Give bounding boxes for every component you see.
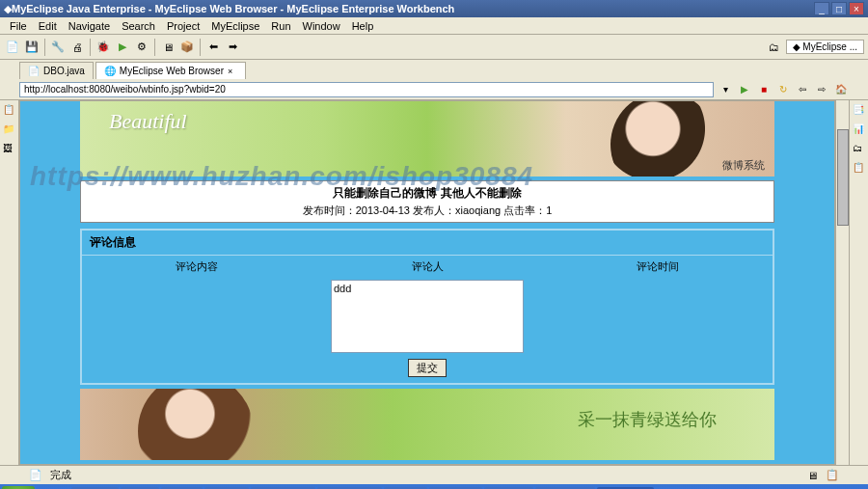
refresh-icon[interactable]: ↻ <box>775 82 791 97</box>
tab-label: MyEclipse Web Browser <box>120 66 224 76</box>
window-title: MyEclipse Java Enterprise - MyEclipse We… <box>12 3 814 14</box>
menu-edit[interactable]: Edit <box>33 20 63 32</box>
status-icon-right: 📋 <box>826 469 839 481</box>
myeclipse-icon: ◆ <box>793 41 800 52</box>
status-bar: 📄 完成 🖥 📋 <box>0 465 868 484</box>
perspective-button[interactable]: ◆ MyEclipse ... <box>786 40 864 54</box>
java-file-icon: 📄 <box>28 66 40 76</box>
window-titlebar: ◆ MyEclipse Java Enterprise - MyEclipse … <box>0 0 868 17</box>
menu-file[interactable]: File <box>4 20 33 32</box>
post-section: 只能删除自己的微博 其他人不能删除 发布时间：2013-04-13 发布人：xi… <box>80 180 774 223</box>
status-text: 完成 <box>50 468 71 482</box>
comment-box: 评论信息 评论内容 评论人 评论时间 提交 <box>80 229 774 385</box>
banner-bottom: 采一抹青绿送给你 <box>80 389 774 460</box>
view-icon[interactable]: 🖼 <box>3 143 16 156</box>
separator <box>154 39 155 56</box>
view-icon[interactable]: 📁 <box>3 123 16 137</box>
col-content: 评论内容 <box>82 259 312 274</box>
view-icon[interactable]: 📋 <box>853 162 866 176</box>
separator <box>44 39 45 56</box>
status-icon-right: 🖥 <box>807 470 818 481</box>
back-icon[interactable]: ⬅ <box>204 39 222 56</box>
url-input[interactable] <box>19 82 714 97</box>
menu-bar: File Edit Navigate Search Project MyEcli… <box>0 17 868 35</box>
right-trim: 📑 📊 🗂 📋 <box>849 100 868 465</box>
go-icon[interactable]: ▶ <box>737 82 752 97</box>
print-icon[interactable]: 🖨 <box>68 39 86 56</box>
col-author: 评论人 <box>312 259 543 274</box>
comment-columns: 评论内容 评论人 评论时间 <box>82 256 773 278</box>
minimize-button[interactable]: _ <box>814 2 829 15</box>
menu-search[interactable]: Search <box>116 20 161 32</box>
status-icon: 📄 <box>29 469 42 481</box>
post-title: 只能删除自己的微博 其他人不能删除 <box>81 185 773 202</box>
run-icon[interactable]: ▶ <box>114 39 131 56</box>
maximize-button[interactable]: □ <box>831 2 847 15</box>
close-tab-icon[interactable]: × <box>228 67 237 76</box>
browser-viewport: https://www.huzhan.com/ishop30884 Beauti… <box>19 100 835 465</box>
menu-myeclipse[interactable]: MyEclipse <box>205 20 265 32</box>
outline-icon[interactable]: 📑 <box>853 104 866 118</box>
menu-run[interactable]: Run <box>265 20 296 32</box>
nav-back-icon[interactable]: ⇦ <box>795 82 810 97</box>
tab-web-browser[interactable]: 🌐 MyEclipse Web Browser × <box>95 62 246 79</box>
banner-top: Beautiful 微博系统 <box>80 101 774 177</box>
banner-top-text: Beautiful <box>109 109 187 134</box>
menu-navigate[interactable]: Navigate <box>63 20 116 32</box>
col-time: 评论时间 <box>542 259 773 274</box>
home-icon[interactable]: 🏠 <box>833 82 849 97</box>
forward-icon[interactable]: ➡ <box>224 39 241 56</box>
banner-top-sub: 微博系统 <box>722 158 765 173</box>
globe-icon: 🌐 <box>104 66 116 76</box>
comment-form <box>82 278 773 359</box>
banner-bottom-text: 采一抹青绿送给你 <box>578 408 717 431</box>
window-controls: _ □ × <box>814 2 864 15</box>
editor-tabs: 📄 DBO.java 🌐 MyEclipse Web Browser × <box>0 60 868 79</box>
submit-button[interactable]: 提交 <box>408 359 447 377</box>
view-icon[interactable]: 📋 <box>3 104 16 118</box>
separator <box>200 39 201 56</box>
vertical-scrollbar[interactable] <box>835 100 849 465</box>
browser-url-bar: ▾ ▶ ■ ↻ ⇦ ⇨ 🏠 <box>0 79 868 100</box>
app-icon: ◆ <box>4 3 12 15</box>
perspective-label: MyEclipse ... <box>802 41 857 52</box>
tool-icon[interactable]: 🔧 <box>49 39 67 56</box>
menu-project[interactable]: Project <box>161 20 205 32</box>
comment-header: 评论信息 <box>82 231 773 256</box>
left-trim: 📋 📁 🖼 <box>0 100 19 465</box>
external-icon[interactable]: ⚙ <box>133 39 150 56</box>
scroll-thumb[interactable] <box>837 129 849 226</box>
view-icon[interactable]: 📊 <box>853 123 866 137</box>
perspective-switcher-icon[interactable]: 🗂 <box>765 39 782 56</box>
nav-forward-icon[interactable]: ⇨ <box>814 82 829 97</box>
post-meta: 发布时间：2013-04-13 发布人：xiaoqiang 点击率：1 <box>81 204 773 218</box>
toolbar: 📄 💾 🔧 🖨 🐞 ▶ ⚙ 🖥 📦 ⬅ ➡ 🗂 ◆ MyEclipse ... <box>0 35 868 60</box>
dropdown-icon[interactable]: ▾ <box>718 82 733 97</box>
tab-label: DBO.java <box>43 66 85 76</box>
taskbar: ⊞ 🌐 📁 📁25TJ 📁jsp 📁asp 📁JSP 🔍搜索结果 🔍搜索结果 🖥… <box>0 484 868 489</box>
view-icon[interactable]: 🗂 <box>853 143 866 156</box>
comment-textarea[interactable] <box>331 280 524 353</box>
new-icon[interactable]: 📄 <box>4 39 21 56</box>
stop-icon[interactable]: ■ <box>756 82 772 97</box>
close-button[interactable]: × <box>849 2 864 15</box>
separator <box>90 39 91 56</box>
tab-dbo-java[interactable]: 📄 DBO.java <box>19 62 94 79</box>
debug-icon[interactable]: 🐞 <box>95 39 112 56</box>
save-icon[interactable]: 💾 <box>23 39 41 56</box>
editor-area: 📋 📁 🖼 https://www.huzhan.com/ishop30884 … <box>0 100 868 465</box>
submit-row: 提交 <box>82 359 773 383</box>
menu-help[interactable]: Help <box>346 20 380 32</box>
menu-window[interactable]: Window <box>297 20 346 32</box>
server-icon[interactable]: 🖥 <box>159 39 176 56</box>
deploy-icon[interactable]: 📦 <box>178 39 196 56</box>
